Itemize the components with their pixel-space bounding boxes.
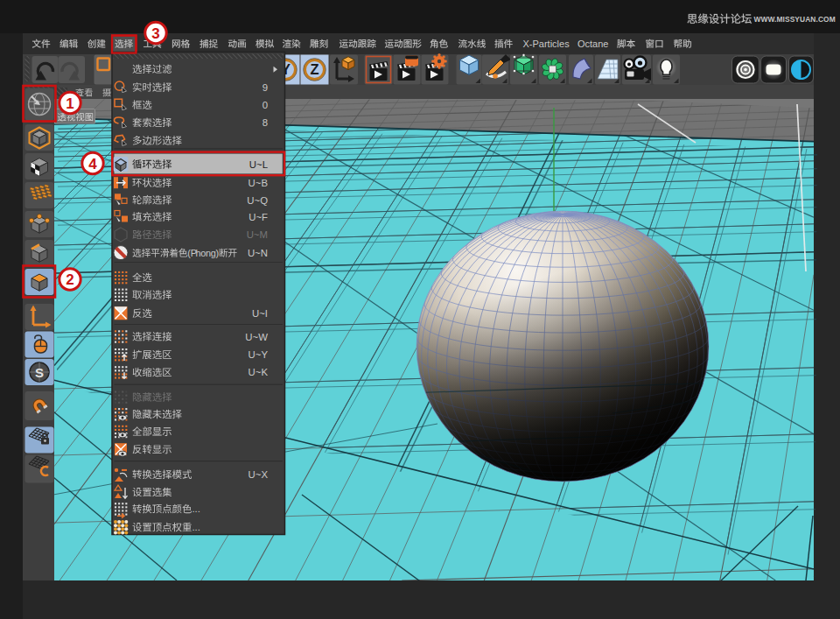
svg-text:4: 4	[88, 156, 97, 172]
svg-text:Octane: Octane	[578, 39, 608, 49]
svg-text:.: .	[198, 522, 200, 532]
svg-text:U~F: U~F	[248, 212, 268, 222]
svg-text:U~B: U~B	[248, 178, 268, 188]
svg-text:U~L: U~L	[249, 159, 268, 170]
svg-text:.: .	[198, 503, 200, 514]
svg-text:0: 0	[262, 100, 268, 110]
svg-text:U~Y: U~Y	[248, 349, 269, 360]
svg-text:Z: Z	[310, 61, 318, 77]
svg-text:U~W: U~W	[245, 332, 268, 342]
svg-text:X-Particles: X-Particles	[523, 39, 570, 49]
svg-text:9: 9	[262, 82, 268, 93]
svg-text:U~I: U~I	[252, 308, 268, 319]
svg-text:U~Q: U~Q	[247, 195, 268, 206]
svg-text:): )	[215, 248, 219, 258]
svg-text:U~K: U~K	[248, 367, 269, 377]
svg-text:S: S	[35, 365, 44, 380]
svg-text:U~X: U~X	[248, 469, 269, 480]
svg-text:U~M: U~M	[247, 229, 268, 240]
svg-text:U~N: U~N	[248, 248, 268, 258]
svg-text:2: 2	[66, 271, 74, 288]
svg-text:1: 1	[66, 95, 74, 112]
svg-text:WWW.MISSYUAN.COM: WWW.MISSYUAN.COM	[754, 15, 836, 24]
svg-text:3: 3	[151, 25, 159, 42]
svg-text:8: 8	[262, 117, 268, 128]
